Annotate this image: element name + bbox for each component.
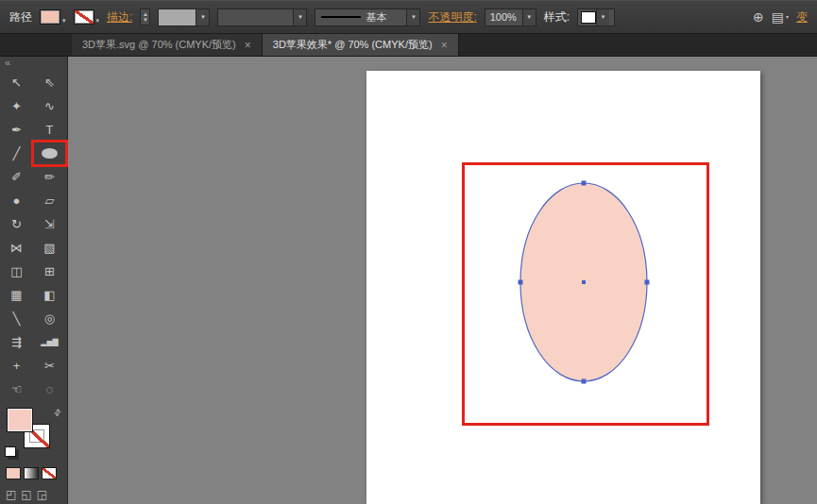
chevron-down-icon[interactable]: ▼ bbox=[293, 9, 306, 25]
chevron-down-icon: ▾ bbox=[96, 17, 100, 25]
tool-magic-wand[interactable]: ✦ bbox=[0, 94, 33, 118]
toolbar: « ↖⇖✦∿✒T╱✐✏●▱↻⇲⋈▧◫⊞▦◧╲◎⇶▂▅▇+✂☜◌ ⇄ ◰◱◲ bbox=[0, 57, 68, 504]
tool-pencil[interactable]: ✏ bbox=[33, 165, 66, 189]
tool-gradient[interactable]: ◧ bbox=[33, 283, 66, 307]
globe-icon[interactable]: ⊕ bbox=[753, 10, 764, 24]
line-style-value: 基本 bbox=[361, 10, 406, 25]
color-button[interactable] bbox=[6, 467, 21, 479]
tab-label: 3D苹果效果* @ 70% (CMYK/预览) bbox=[273, 38, 433, 52]
stroke-weight-stepper[interactable]: ▲▼ bbox=[140, 8, 150, 25]
tool-zoom[interactable]: ◌ bbox=[33, 378, 66, 401]
none-button[interactable] bbox=[42, 467, 57, 479]
panel-grid-icon: ▤ bbox=[772, 10, 784, 24]
stroke-color-control[interactable]: ▾ bbox=[74, 9, 100, 25]
style-select[interactable]: ▼ bbox=[577, 8, 615, 26]
fill-stroke-indicator: ⇄ bbox=[5, 408, 65, 459]
tab-close-icon[interactable]: × bbox=[245, 40, 251, 51]
default-colors-icon[interactable] bbox=[5, 446, 16, 457]
stroke-style-select[interactable]: 基本 ▼ bbox=[315, 8, 420, 26]
magic-wand-icon: ✦ bbox=[11, 100, 22, 112]
style-swatch bbox=[581, 11, 596, 24]
tool-width[interactable]: ⋈ bbox=[0, 236, 33, 260]
tool-selection[interactable]: ↖ bbox=[0, 71, 33, 94]
control-bar: 路径 ▾ ▾ 描边: ▲▼ ▼ ▼ 基本 ▼ 不透明度: 100% ▼ bbox=[0, 0, 817, 34]
opacity-label[interactable]: 不透明度: bbox=[428, 9, 476, 25]
tool-blend[interactable]: ◎ bbox=[33, 307, 66, 330]
stepper-down-icon[interactable]: ▼ bbox=[141, 17, 149, 23]
transform-label[interactable]: 变 bbox=[796, 9, 808, 25]
main-area: « ↖⇖✦∿✒T╱✐✏●▱↻⇲⋈▧◫⊞▦◧╲◎⇶▂▅▇+✂☜◌ ⇄ ◰◱◲ bbox=[0, 57, 817, 504]
mesh-icon: ▦ bbox=[10, 289, 22, 301]
line-segment-icon: ╱ bbox=[13, 147, 21, 160]
scale-icon: ⇲ bbox=[44, 218, 55, 230]
shape-builder-icon: ◫ bbox=[10, 265, 22, 277]
draw-normal-button[interactable]: ◰ bbox=[6, 488, 16, 501]
illustrator-window: 路径 ▾ ▾ 描边: ▲▼ ▼ ▼ 基本 ▼ 不透明度: 100% ▼ bbox=[0, 0, 817, 504]
tool-grid: ↖⇖✦∿✒T╱✐✏●▱↻⇲⋈▧◫⊞▦◧╲◎⇶▂▅▇+✂☜◌ bbox=[0, 71, 67, 401]
chevron-down-icon[interactable]: ▼ bbox=[406, 9, 419, 25]
lasso-icon: ∿ bbox=[44, 100, 55, 112]
tool-perspective-grid[interactable]: ⊞ bbox=[33, 260, 66, 283]
tab-list: 3D苹果.svg @ 70% (CMYK/预览)×3D苹果效果* @ 70% (… bbox=[72, 34, 459, 56]
tool-eraser[interactable]: ▱ bbox=[33, 189, 66, 212]
opacity-select[interactable]: 100% ▼ bbox=[485, 8, 536, 26]
blob-brush-icon: ● bbox=[13, 194, 21, 207]
tool-ellipse[interactable] bbox=[33, 142, 66, 165]
zoom-icon: ◌ bbox=[46, 383, 54, 395]
tool-free-transform[interactable]: ▧ bbox=[33, 236, 66, 260]
chevron-down-icon[interactable]: ▼ bbox=[196, 9, 209, 25]
tool-scale[interactable]: ⇲ bbox=[33, 212, 66, 236]
tool-direct-selection[interactable]: ⇖ bbox=[33, 71, 66, 94]
stroke-weight-label[interactable]: 描边: bbox=[107, 9, 132, 25]
tool-hand[interactable]: ☜ bbox=[0, 378, 33, 401]
tool-artboard[interactable]: + bbox=[0, 354, 33, 378]
chevron-down-icon[interactable]: ▼ bbox=[522, 9, 536, 25]
selection-icon: ↖ bbox=[11, 76, 22, 89]
chevron-down-icon[interactable]: ▼ bbox=[596, 9, 609, 25]
document-tab[interactable]: 3D苹果效果* @ 70% (CMYK/预览)× bbox=[263, 34, 459, 56]
workspace-switcher[interactable]: ▤ ▾ bbox=[772, 10, 789, 24]
ellipse-icon bbox=[42, 148, 58, 159]
tool-blob-brush[interactable]: ● bbox=[0, 189, 33, 212]
tool-eyedropper[interactable]: ╲ bbox=[0, 307, 33, 330]
stroke-weight-select[interactable]: ▼ bbox=[158, 8, 210, 26]
free-transform-icon: ▧ bbox=[43, 242, 55, 254]
fill-color-control[interactable]: ▾ bbox=[40, 9, 66, 25]
tool-rotate[interactable]: ↻ bbox=[0, 212, 33, 236]
anchor-right[interactable] bbox=[645, 280, 650, 285]
canvas[interactable] bbox=[68, 57, 817, 504]
tool-paintbrush[interactable]: ✐ bbox=[0, 165, 33, 189]
opacity-value: 100% bbox=[485, 11, 522, 23]
type-icon: T bbox=[46, 124, 54, 136]
stroke-none-swatch[interactable] bbox=[74, 9, 94, 25]
draw-inside-button[interactable]: ◲ bbox=[37, 488, 47, 501]
document-tab[interactable]: 3D苹果.svg @ 70% (CMYK/预览)× bbox=[72, 34, 263, 56]
tool-type[interactable]: T bbox=[33, 118, 66, 142]
toolbar-collapse-button[interactable]: « bbox=[0, 57, 67, 71]
anchor-left[interactable] bbox=[519, 280, 523, 285]
slice-icon: ✂ bbox=[44, 360, 55, 372]
anchor-bottom[interactable] bbox=[582, 379, 587, 384]
tool-slice[interactable]: ✂ bbox=[33, 354, 66, 378]
tab-close-icon[interactable]: × bbox=[441, 40, 448, 51]
tab-bar: 3D苹果.svg @ 70% (CMYK/预览)×3D苹果效果* @ 70% (… bbox=[0, 34, 817, 57]
artboard-icon: + bbox=[13, 360, 21, 372]
tool-shape-builder[interactable]: ◫ bbox=[0, 260, 33, 283]
anchor-top[interactable] bbox=[582, 181, 587, 186]
tool-lasso[interactable]: ∿ bbox=[33, 94, 66, 118]
tool-symbol-sprayer[interactable]: ⇶ bbox=[0, 330, 33, 354]
fill-indicator[interactable] bbox=[7, 408, 33, 432]
brush-definition-select[interactable]: ▼ bbox=[217, 8, 307, 26]
tab-label: 3D苹果.svg @ 70% (CMYK/预览) bbox=[82, 38, 236, 52]
draw-behind-button[interactable]: ◱ bbox=[21, 488, 31, 501]
gradient-button[interactable] bbox=[24, 467, 39, 479]
tool-mesh[interactable]: ▦ bbox=[0, 283, 33, 307]
hand-icon: ☜ bbox=[11, 383, 23, 395]
tool-column-graph[interactable]: ▂▅▇ bbox=[33, 330, 66, 354]
tool-pen[interactable]: ✒ bbox=[0, 118, 33, 142]
center-point[interactable] bbox=[582, 280, 586, 284]
fill-swatch[interactable] bbox=[40, 9, 60, 25]
tool-line-segment[interactable]: ╱ bbox=[0, 142, 33, 165]
swap-fill-stroke-icon[interactable]: ⇄ bbox=[52, 407, 63, 418]
blend-icon: ◎ bbox=[44, 312, 55, 325]
